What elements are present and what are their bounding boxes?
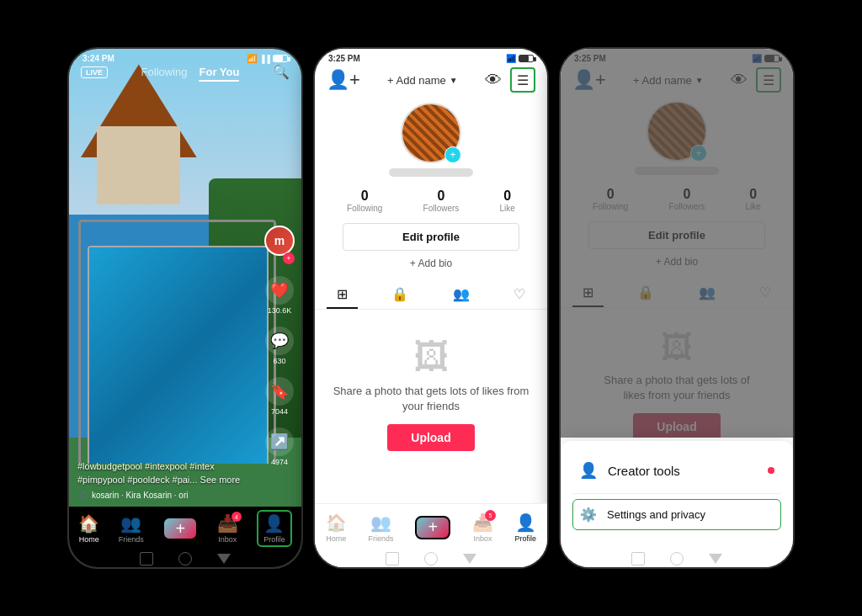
nav-friends[interactable]: 👥 Friends (119, 513, 144, 544)
nav-create-2[interactable]: + (415, 516, 450, 539)
likes-stat: 0 Like (500, 189, 515, 213)
upload-button[interactable]: Upload (387, 424, 474, 451)
home-btn-2[interactable] (424, 552, 438, 566)
menu-button-green[interactable]: ☰ (510, 67, 535, 93)
share-count: 4974 (271, 458, 288, 466)
for-you-tab[interactable]: For You (200, 66, 240, 78)
phone-3-menu: 3:25 PM 📶 👤+ + Add name▼ 👁 ☰ (559, 47, 795, 569)
share-button[interactable]: ↗️ 4974 (265, 427, 294, 466)
time-2: 3:25 PM (328, 54, 360, 63)
bottom-nav-1: 🏠 Home 👥 Friends + 📥 4 Inbox 👤 Pro (69, 507, 301, 550)
avatar-follow[interactable]: m + (264, 226, 295, 264)
nav-profile-label: Profile (263, 535, 285, 544)
inbox-badge: 4 (231, 512, 242, 522)
create-button-2[interactable]: + (415, 516, 450, 539)
recents-btn-2[interactable] (463, 554, 476, 564)
side-actions: m + ❤️ 130.6K 💬 630 🔖 7044 ↗️ 4974 (264, 226, 295, 466)
like-button[interactable]: ❤️ 130.6K (265, 276, 294, 315)
system-nav-2 (315, 550, 547, 567)
comment-icon: 💬 (265, 327, 294, 355)
system-nav-3 (561, 550, 793, 567)
nav-home-2[interactable]: 🏠 Home (326, 512, 347, 543)
avatar-add-button[interactable]: + (444, 146, 461, 163)
caption-text: #lowbudgetpool #intexpool #intex #pimpyp… (77, 460, 255, 486)
music-note-icon: 🎵 (77, 491, 88, 500)
wifi-icon-2: 📶 (506, 54, 516, 63)
menu-drawer: 👤 Creator tools ⚙️ Settings and privacy (561, 441, 793, 550)
username-placeholder (389, 168, 473, 177)
settings-privacy-item[interactable]: ⚙️ Settings and privacy (572, 499, 781, 530)
phone-2-profile: 3:25 PM 📶 👤+ + Add name ▼ 👁 ☰ (313, 47, 549, 569)
back-btn-1[interactable] (140, 552, 153, 566)
like-count: 130.6K (268, 306, 292, 315)
menu-divider (572, 493, 781, 494)
nav-home-label-2: Home (326, 534, 346, 543)
stats-row: 0 Following 0 Followers 0 Like (327, 189, 535, 213)
photo-icon: 🖼 (413, 337, 449, 377)
nav-friends-2[interactable]: 👥 Friends (369, 512, 394, 543)
preview-icon[interactable]: 👁 (485, 71, 502, 90)
avatar-container: + (401, 103, 461, 163)
creator-tools-item[interactable]: 👤 Creator tools (572, 453, 781, 488)
friends-icon-2: 👥 (370, 512, 391, 533)
menu-screen: 3:25 PM 📶 👤+ + Add name▼ 👁 ☰ (561, 49, 793, 567)
content-tabs: ⊞ 🔒 👥 ♡ (315, 281, 547, 310)
following-tab[interactable]: Following (141, 66, 188, 78)
edit-profile-button[interactable]: Edit profile (343, 223, 520, 251)
nav-home[interactable]: 🏠 Home (78, 513, 99, 544)
signal-icon: ▐▐ (259, 55, 270, 63)
nav-home-label: Home (79, 535, 99, 544)
friends-icon: 👥 (120, 513, 141, 534)
home-icon-2: 🏠 (326, 512, 347, 533)
following-count: 0 (361, 189, 369, 204)
nav-profile-label-2: Profile (515, 534, 537, 543)
bookmark-button[interactable]: 🔖 7044 (265, 377, 294, 416)
back-btn-2[interactable] (386, 552, 399, 566)
nav-profile-2[interactable]: 👤 Profile (515, 512, 537, 543)
add-bio-button[interactable]: + Add bio (410, 258, 452, 269)
following-stat: 0 Following (347, 189, 382, 213)
gear-icon: ⚙️ (580, 507, 597, 523)
nav-profile[interactable]: 👤 Profile (257, 510, 292, 547)
live-badge: LIVE (81, 66, 108, 78)
wifi-icon: 📶 (247, 54, 257, 63)
add-name-label: + Add name (387, 74, 446, 87)
creator-tools-label: Creator tools (608, 464, 680, 478)
add-name-button[interactable]: + Add name ▼ (387, 74, 458, 87)
profile-icon-2: 👤 (515, 512, 536, 533)
create-button[interactable]: + (162, 517, 198, 540)
bottom-nav-2: 🏠 Home 👥 Friends + 📥 5 Inbox (315, 503, 547, 550)
nav-inbox-2[interactable]: 📥 5 Inbox (472, 512, 493, 543)
caption-area: #lowbudgetpool #intexpool #intex #pimpyp… (77, 460, 255, 500)
add-person-icon[interactable]: 👤+ (327, 69, 360, 91)
empty-state: 🖼 Share a photo that gets lots of likes … (315, 320, 547, 468)
following-label: Following (347, 204, 382, 213)
nav-inbox-label: Inbox (218, 535, 237, 544)
collab-tab[interactable]: 👥 (443, 281, 480, 309)
followers-stat: 0 Followers (423, 189, 460, 213)
home-btn-1[interactable] (178, 552, 192, 566)
nav-create[interactable]: + (162, 517, 198, 540)
liked-tab[interactable]: ♡ (503, 281, 535, 309)
status-bar-2: 3:25 PM 📶 (315, 49, 547, 66)
overlay[interactable] (561, 49, 793, 438)
heart-icon: ❤️ (265, 276, 294, 305)
recents-btn-1[interactable] (217, 554, 231, 564)
recents-btn-3[interactable] (709, 554, 722, 564)
back-btn-3[interactable] (631, 552, 645, 566)
notification-dot (768, 467, 774, 474)
share-icon: ↗️ (265, 427, 294, 456)
grid-tab[interactable]: ⊞ (327, 281, 358, 309)
search-button[interactable]: 🔍 (273, 64, 290, 80)
bookmark-count: 7044 (271, 407, 288, 416)
feed-nav: LIVE Following For You 🔍 (69, 64, 301, 80)
profile-icon-nav: 👤 (263, 513, 285, 534)
follow-plus-btn[interactable]: + (283, 252, 295, 264)
battery-icon-1 (273, 55, 288, 62)
comment-button[interactable]: 💬 630 (265, 327, 294, 365)
lock-tab[interactable]: 🔒 (381, 281, 418, 309)
inbox-badge-2: 5 (485, 510, 496, 521)
nav-inbox[interactable]: 📥 4 Inbox (217, 513, 238, 544)
home-icon: 🏠 (78, 513, 99, 534)
home-btn-3[interactable] (670, 552, 684, 566)
